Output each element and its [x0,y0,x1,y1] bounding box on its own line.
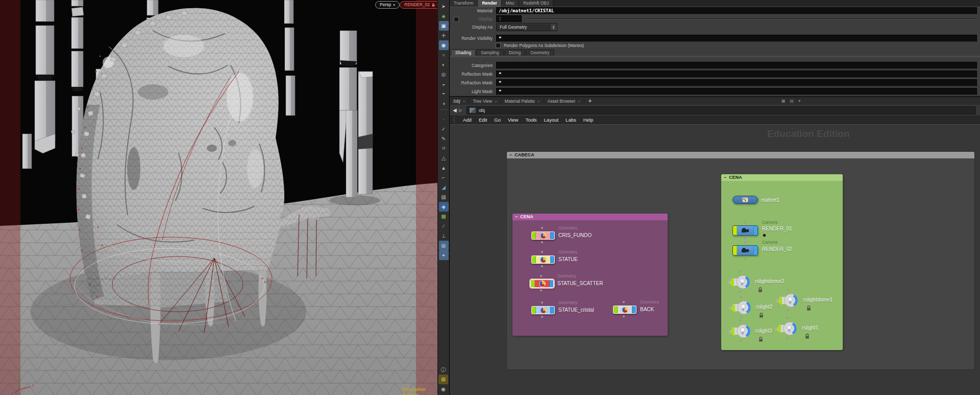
close-tab-icon[interactable]: × [463,99,465,104]
node-rslightdome1[interactable] [775,293,803,308]
menu-item[interactable]: Layout [541,115,562,124]
node-cris-fundo[interactable] [531,231,555,240]
menu-item[interactable]: Edit [475,115,491,124]
point-normals-icon[interactable]: ✎ [439,134,449,144]
display-flag[interactable] [550,256,554,263]
minimize-icon[interactable]: − [724,174,726,181]
tab-misc[interactable]: Misc [502,0,519,7]
display-flag[interactable] [549,280,553,287]
close-tab-icon[interactable]: × [578,99,580,104]
points-display-icon[interactable]: · [439,114,449,124]
node-name-label[interactable]: RENDER_01 [762,226,792,231]
flat-shaded-icon[interactable]: ▩ [439,212,449,221]
node-statue[interactable] [531,255,555,264]
node-rslight3[interactable] [728,323,755,339]
menu-grip-handle[interactable] [454,117,457,123]
help-info-icon[interactable]: ⓘ [438,365,448,375]
scene-viewport[interactable]: y x z Persp ▾ RENDER_02 ▾ Education Edit… [0,0,437,395]
node-render-01[interactable] [732,225,758,236]
point-numbers-icon[interactable]: ¹² [439,144,449,153]
node-name-label[interactable]: rslight1 [802,325,818,331]
display-slider[interactable] [528,18,977,19]
display-prong-icon[interactable]: ⊥ [439,231,449,241]
display-flag[interactable] [550,307,554,314]
display-input[interactable]: 1 [496,15,522,22]
node-name-label[interactable]: rslightdome1 [803,297,832,303]
display-as-dropdown[interactable]: Full Geometry ▲▼ [496,23,557,31]
new-tab-button[interactable]: + [584,98,596,105]
lock-camera-icon[interactable]: ▣ [439,21,449,31]
shaded-wedge-icon[interactable]: ◢ [439,182,449,192]
wireframe-icon[interactable]: ∕ [439,221,449,231]
pane-tab[interactable]: /obj × [450,98,469,105]
reflection-mask-input[interactable]: * [496,71,977,78]
node-rslight1[interactable] [774,321,802,336]
subtab-shading[interactable]: Shading [451,49,476,56]
node-name-label[interactable]: rslightdome2 [755,278,784,284]
tab-render[interactable]: Render [478,0,501,7]
template-flag[interactable] [531,280,535,287]
tab-redshift-obj[interactable]: Redshift OBJ [519,0,553,7]
node-name-label[interactable]: rslight3 [755,328,772,334]
shadows-icon[interactable]: ◒ [439,79,449,89]
pane-pin-icon[interactable]: ▦ [781,98,786,104]
path-input[interactable]: obj [467,106,976,114]
node-name-label[interactable]: STATUE [558,257,578,262]
categories-input[interactable] [496,62,977,69]
view-mode-button[interactable]: Persp ▾ [375,1,400,9]
template-flag[interactable] [532,232,536,239]
node-render-02[interactable] [732,245,758,255]
forward-button[interactable]: ▶ [459,107,463,113]
select-arrow-icon[interactable]: ➤ [439,2,449,11]
smooth-shaded-icon[interactable]: ◆ [439,202,449,212]
refraction-mask-input[interactable]: * [496,79,977,86]
node-back[interactable] [613,306,636,314]
display-flag[interactable] [753,226,757,235]
template-flag[interactable] [733,226,737,235]
display-flag[interactable] [632,306,636,313]
show-handles-icon[interactable]: ✛ [439,31,449,40]
menu-item[interactable]: Labs [562,115,580,124]
subtab-sampling[interactable]: Sampling [476,49,503,56]
display-flag[interactable] [753,246,757,255]
node-name-label[interactable]: CRIS_FUNDO [558,233,592,238]
node-name-label[interactable]: STATUE_SCATTER [557,281,603,286]
display-flag[interactable] [550,232,554,239]
headlight-icon[interactable]: ○ [439,50,449,60]
view-gate-icon[interactable]: ⌐ [439,173,449,182]
menu-item[interactable]: View [504,115,522,124]
pane-layout-icon[interactable]: ▤ [790,98,794,104]
select-mode-icon[interactable]: ◉ [439,40,449,50]
visualizers-icon[interactable]: ◎ [439,241,449,250]
network-editor[interactable]: Education Edition − CABECA − CENA − CENA [450,124,980,395]
node-statue-scatter-selected[interactable] [530,280,554,288]
subtab-geometry[interactable]: Geometry [526,49,554,56]
light-mask-input[interactable]: * [496,88,977,95]
camera-view-icon[interactable]: ◉ [438,384,448,394]
grid-display-icon[interactable]: ⊞ [438,375,448,384]
subtab-dicing[interactable]: Dicing [504,49,526,56]
render-visibility-input[interactable]: * [496,35,977,42]
tab-transform[interactable]: Transform [450,0,478,7]
node-rslight2[interactable] [728,300,756,315]
node-name-label[interactable]: matnet1 [761,197,779,203]
back-button[interactable]: ◀ [453,107,457,113]
menu-item[interactable]: Go [491,115,504,124]
subdiv-checkbox[interactable] [496,43,501,48]
materials-icon[interactable]: ◓ [439,89,449,99]
pane-tab[interactable]: Asset Browser × [544,98,584,105]
prim-normals-icon[interactable]: △ [439,153,449,163]
template-flag[interactable] [614,306,618,313]
toolbar-divider[interactable] [440,109,448,113]
snapshot-pin-icon[interactable]: ⌖ [439,250,449,260]
node-name-label[interactable]: rslight2 [756,304,772,310]
template-flag[interactable] [532,256,536,263]
normal-lights-icon[interactable]: ◐ [439,60,449,69]
pane-menu-icon[interactable]: ▾ [798,98,800,104]
node-name-label[interactable]: STATUE_cristal [558,307,594,313]
hq-lighting-icon[interactable]: ◎ [439,69,449,79]
material-input[interactable]: /obj/matnet1/CRISTAL [496,7,977,14]
node-name-label[interactable]: BACK [640,307,654,312]
pane-tab[interactable]: Material Palette × [501,98,544,105]
minimize-icon[interactable]: − [515,214,518,220]
